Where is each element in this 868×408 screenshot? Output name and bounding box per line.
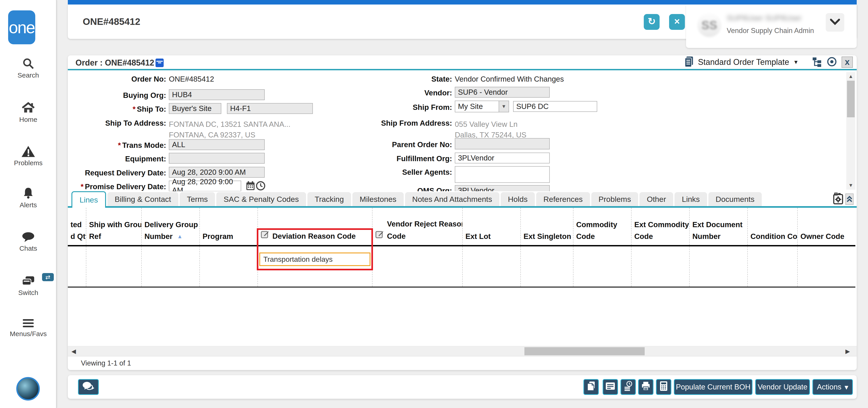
- parent-order-no-field: [455, 138, 550, 149]
- close-screen-button[interactable]: ×: [669, 14, 685, 30]
- order-panel-header: Order : ONE#485412 Standard Order Templa…: [68, 55, 857, 69]
- column-header[interactable]: Ext Singleton: [520, 208, 573, 245]
- request-delivery-date-field: Aug 28, 2020 9:00 AM: [169, 167, 265, 178]
- tab-problems[interactable]: Problems: [591, 192, 638, 206]
- column-header[interactable]: Ext DocumentNumber: [689, 208, 747, 245]
- history-button[interactable]: [620, 379, 636, 395]
- panel-close-button[interactable]: x: [842, 57, 853, 68]
- table-scrollbar-thumb[interactable]: [524, 347, 645, 355]
- switch-context-badge[interactable]: ⇄: [42, 273, 54, 281]
- tab-billing-contact[interactable]: Billing & Contact: [107, 192, 178, 206]
- calendar-icon[interactable]: [246, 181, 255, 191]
- select-caret-icon: ▼: [499, 101, 508, 112]
- template-caret-icon[interactable]: ▼: [793, 59, 799, 65]
- sidebar-item-menus-favs[interactable]: Menus/Favs: [0, 317, 57, 338]
- assistant-avatar[interactable]: [16, 377, 40, 401]
- column-header-vendor-reject-reason[interactable]: Vendor Reject ReasonCode: [372, 208, 462, 245]
- field-label: *Trans Mode:: [68, 141, 166, 150]
- home-icon: [0, 101, 57, 114]
- sidebar-item-switch[interactable]: ⇄ Switch: [0, 275, 57, 296]
- tab-holds[interactable]: Holds: [501, 192, 535, 206]
- collapse-icon[interactable]: [845, 193, 854, 205]
- close-icon: ×: [674, 16, 680, 27]
- scroll-up-icon[interactable]: ▲: [846, 73, 855, 79]
- ship-from-site-field[interactable]: SUP6 DC: [513, 101, 597, 112]
- tab-notes-and-attachments[interactable]: Notes And Attachments: [405, 192, 499, 206]
- eye-icon[interactable]: [826, 57, 837, 68]
- column-header[interactable]: Owner Code: [797, 208, 855, 245]
- column-header-deviation-reason[interactable]: Deviation Reason Code: [257, 208, 372, 245]
- tab-other[interactable]: Other: [640, 192, 673, 206]
- tab-terms[interactable]: Terms: [180, 192, 215, 206]
- field-label: Seller Agents:: [339, 168, 452, 177]
- copy-document-icon: [587, 381, 595, 393]
- chats-icon: [0, 231, 57, 243]
- sidebar-item-problems[interactable]: Problems: [0, 145, 57, 167]
- grid-settings-icon[interactable]: [833, 193, 844, 206]
- scroll-left-icon[interactable]: ◀: [71, 346, 76, 356]
- lines-table: tedd Qty Ship with GroupRef Delivery Gro…: [68, 208, 855, 287]
- tab-references[interactable]: References: [536, 192, 590, 206]
- field-label: *Ship To:: [68, 105, 166, 114]
- scroll-right-icon[interactable]: ▶: [845, 346, 850, 356]
- column-header[interactable]: Ship with GroupRef: [86, 208, 141, 245]
- column-header[interactable]: Condition Code: [747, 208, 797, 245]
- tab-lines[interactable]: Lines: [71, 191, 106, 208]
- tab-sac-penalty-codes[interactable]: SAC & Penalty Codes: [216, 192, 306, 206]
- actions-button[interactable]: Actions▾: [812, 379, 853, 395]
- tab-links[interactable]: Links: [675, 192, 707, 206]
- template-selector[interactable]: Standard Order Template: [698, 57, 789, 67]
- sidebar-item-home[interactable]: Home: [0, 101, 57, 123]
- tab-documents[interactable]: Documents: [708, 192, 762, 206]
- vendor-update-button[interactable]: Vendor Update: [755, 379, 810, 395]
- order-tabs: Lines Billing & Contact Terms SAC & Pena…: [68, 191, 857, 208]
- print-button[interactable]: [638, 379, 653, 395]
- user-menu-button[interactable]: [826, 13, 844, 32]
- one-logo[interactable]: one: [8, 10, 35, 44]
- table-horizontal-scrollbar[interactable]: ◀ ▶: [68, 346, 857, 356]
- user-avatar[interactable]: SS: [698, 13, 721, 37]
- refresh-icon: ↻: [648, 16, 655, 27]
- column-header[interactable]: tedd Qty: [68, 208, 86, 245]
- sidebar-item-label: Search: [0, 71, 57, 79]
- field-label: Ship To Address:: [68, 119, 166, 127]
- hierarchy-icon[interactable]: [812, 57, 822, 68]
- order-archive-icon[interactable]: [156, 59, 164, 67]
- summary-card-button[interactable]: [602, 379, 618, 395]
- edit-icon[interactable]: [260, 230, 270, 242]
- sidebar-item-label: Chats: [0, 245, 57, 252]
- swap-arrows-icon: ⇄: [45, 274, 51, 281]
- seller-agents-field[interactable]: [455, 166, 550, 183]
- chat-button[interactable]: [78, 379, 99, 395]
- fulfillment-org-field[interactable]: 3PLVendor: [455, 153, 550, 163]
- tab-milestones[interactable]: Milestones: [352, 192, 404, 206]
- refresh-button[interactable]: ↻: [644, 14, 659, 30]
- sidebar-item-label: Alerts: [0, 201, 57, 209]
- column-header-sorted[interactable]: Delivery GroupNumber▲: [141, 208, 199, 245]
- form-scrollbar[interactable]: ▲ ▼: [846, 72, 855, 190]
- sidebar-item-chats[interactable]: Chats: [0, 231, 57, 252]
- populate-current-boh-button[interactable]: Populate Current BOH: [674, 379, 752, 395]
- column-header[interactable]: CommodityCode: [573, 208, 631, 245]
- chat-play-icon: [82, 381, 95, 393]
- sidebar-item-alerts[interactable]: Alerts: [0, 187, 57, 209]
- column-header[interactable]: Ext Lot: [462, 208, 520, 245]
- edit-icon[interactable]: [375, 230, 384, 242]
- sort-asc-icon: ▲: [177, 230, 183, 242]
- user-panel: SS SUP6User SUP6User Vendor Supply Chain…: [686, 4, 857, 48]
- copy-document-button[interactable]: [583, 379, 599, 395]
- column-header[interactable]: Ext CommodityCode: [631, 208, 689, 245]
- tab-tracking[interactable]: Tracking: [307, 192, 351, 206]
- sidebar-item-search[interactable]: Search: [0, 57, 57, 79]
- deviation-reason-cell[interactable]: Transportation delays: [259, 252, 370, 266]
- vendor-field: SUP6 - Vendor: [455, 87, 550, 98]
- column-header[interactable]: Program: [199, 208, 257, 245]
- sidebar-item-label: Menus/Favs: [0, 330, 57, 338]
- scroll-down-icon[interactable]: ▼: [846, 182, 855, 188]
- ship-from-select[interactable]: My Site ▼: [455, 101, 509, 112]
- history-icon: [624, 381, 633, 393]
- clock-icon[interactable]: [256, 181, 265, 191]
- form-scrollbar-thumb[interactable]: [847, 81, 855, 117]
- calculator-button[interactable]: [656, 379, 671, 395]
- table-row[interactable]: [68, 246, 855, 287]
